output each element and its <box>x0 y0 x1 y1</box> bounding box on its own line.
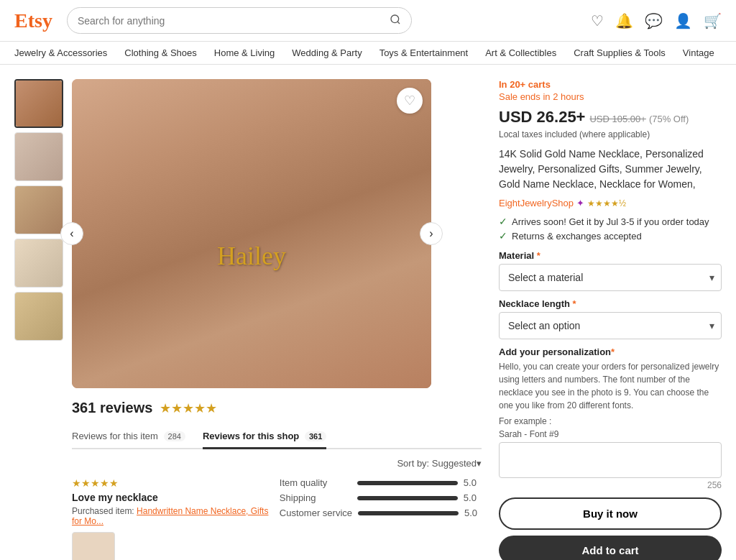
wishlist-icon[interactable]: ♡ <box>591 12 604 29</box>
required-star-3: * <box>611 346 615 357</box>
category-nav: Jewelry & Accessories Clothing & Shoes H… <box>0 42 736 65</box>
taxes-label: Local taxes included (where applicable) <box>499 129 722 139</box>
returns-text: Returns & exchanges accepted <box>512 231 642 242</box>
thumbnail-list <box>14 79 66 560</box>
required-star-2: * <box>570 298 576 309</box>
nav-item-wedding[interactable]: Wedding & Party <box>292 47 362 58</box>
reviews-stars: ★★★★★ <box>160 400 217 416</box>
rating-value-service: 5.0 <box>464 508 482 518</box>
nav-item-home[interactable]: Home & Living <box>214 47 275 58</box>
tab-shop-reviews[interactable]: Reviews for this shop 361 <box>203 425 326 449</box>
shop-name-link[interactable]: EightJewelryShop <box>499 198 574 208</box>
necklace-length-select-wrap: Select an option ▾ <box>499 312 722 339</box>
delivery-check: ✓ Arrives soon! Get it by Jul 3-5 if you… <box>499 216 722 227</box>
material-select-wrap: Select a material ▾ <box>499 264 722 291</box>
thumbnail-3[interactable] <box>14 185 63 234</box>
necklace-name: Hailey <box>217 241 286 271</box>
check-icon-delivery: ✓ <box>499 216 507 227</box>
svg-point-0 <box>391 15 399 23</box>
main-product-image: Hailey <box>72 79 431 388</box>
review-purchased: Purchased item: Handwritten Name Necklac… <box>72 506 271 526</box>
rating-value-quality: 5.0 <box>464 477 481 488</box>
material-label: Material * <box>499 250 722 261</box>
personalization-description: Hello, you can create your orders for pe… <box>499 360 722 412</box>
account-icon[interactable]: 👤 <box>674 12 692 29</box>
review-item: ★★★★★ Love my necklace Purchased item: H… <box>72 477 482 560</box>
sale-ends-label: Sale ends in 2 hours <box>499 91 722 102</box>
cart-icon[interactable]: 🛒 <box>704 12 722 29</box>
nav-item-clothing[interactable]: Clothing & Shoes <box>124 47 196 58</box>
nav-item-craft[interactable]: Craft Supplies & Tools <box>574 47 666 58</box>
product-images: 🏆 Bestseller Hailey ♡ ‹ › 361 reviews ★★… <box>14 79 482 560</box>
rating-row-service: Customer service 5.0 <box>280 508 482 518</box>
required-star: * <box>534 250 540 261</box>
tab-shop-badge: 361 <box>305 431 326 441</box>
messages-icon[interactable]: 💬 <box>645 12 663 29</box>
personalization-title: Add your personalization* <box>499 346 722 357</box>
product-title: 14K Solid Gold Name Necklace, Personaliz… <box>499 147 722 192</box>
rating-row-quality: Item quality 5.0 <box>280 477 482 488</box>
review-tabs: Reviews for this item 284 Reviews for th… <box>72 425 482 449</box>
rating-label-service: Customer service <box>280 508 352 518</box>
necklace-length-label: Necklace length * <box>499 298 722 309</box>
returns-check: ✓ Returns & exchanges accepted <box>499 230 722 242</box>
price-original: USD 105.00+ <box>589 114 645 124</box>
rating-bar-quality <box>357 481 458 485</box>
notifications-icon[interactable]: 🔔 <box>615 12 633 29</box>
search-bar <box>67 7 412 34</box>
rating-label-quality: Item quality <box>280 477 351 488</box>
review-title: Love my necklace <box>72 492 271 503</box>
rating-bar-service <box>358 511 459 515</box>
discount-badge: (75% Off) <box>649 114 689 124</box>
sort-bar: Sort by: Suggested ▾ <box>72 458 482 469</box>
verified-icon: ✦ <box>576 198 584 208</box>
review-product-link[interactable]: Handwritten Name Necklace, Gifts for Mo.… <box>72 506 268 526</box>
rating-bars: Item quality 5.0 Shipping 5.0 <box>280 477 482 560</box>
search-icon[interactable] <box>390 14 401 27</box>
necklace-length-select[interactable]: Select an option <box>499 312 722 339</box>
svg-line-1 <box>397 22 400 24</box>
product-info-panel: In 20+ carts Sale ends in 2 hours USD 26… <box>499 79 722 560</box>
favorite-button[interactable]: ♡ <box>397 88 423 114</box>
reviews-section: 361 reviews ★★★★★ Reviews for this item … <box>72 400 482 560</box>
rating-value-shipping: 5.0 <box>464 492 481 503</box>
image-prev-arrow[interactable]: ‹ <box>60 222 83 245</box>
buy-now-button[interactable]: Buy it now <box>499 497 722 530</box>
delivery-text: Arrives soon! Get it by Jul 3-5 if you o… <box>512 216 709 227</box>
reviews-header: 361 reviews ★★★★★ <box>72 400 482 416</box>
thumbnail-4[interactable] <box>14 239 63 288</box>
sort-label[interactable]: Sort by: Suggested <box>397 458 477 469</box>
nav-item-vintage[interactable]: Vintage <box>683 47 714 58</box>
in-carts-label: In 20+ carts <box>499 79 722 90</box>
thumbnail-2[interactable] <box>14 132 63 181</box>
search-input[interactable] <box>78 15 390 27</box>
image-next-arrow[interactable]: › <box>420 222 443 245</box>
rating-bar-shipping <box>357 496 458 500</box>
material-select[interactable]: Select a material <box>499 264 722 291</box>
header: Etsy ♡ 🔔 💬 👤 🛒 <box>0 0 736 42</box>
tab-item-reviews[interactable]: Reviews for this item 284 <box>72 425 185 449</box>
shop-name: EightJewelryShop ✦ ★★★★½ <box>499 198 722 208</box>
header-icons: ♡ 🔔 💬 👤 🛒 <box>591 12 722 29</box>
main-image-container: 🏆 Bestseller Hailey ♡ ‹ › <box>72 79 431 388</box>
add-to-cart-button[interactable]: Add to cart <box>499 536 722 560</box>
tab-item-badge: 284 <box>164 431 185 441</box>
main-content: 🏆 Bestseller Hailey ♡ ‹ › 361 reviews ★★… <box>0 65 736 560</box>
nav-item-jewelry[interactable]: Jewelry & Accessories <box>14 47 107 58</box>
rating-label-shipping: Shipping <box>280 492 351 503</box>
nav-item-art[interactable]: Art & Collectibles <box>485 47 556 58</box>
nav-item-toys[interactable]: Toys & Entertainment <box>380 47 469 58</box>
etsy-logo[interactable]: Etsy <box>14 9 52 32</box>
char-count: 256 <box>499 480 722 490</box>
shop-stars: ★★★★½ <box>587 198 626 208</box>
thumbnail-1[interactable] <box>14 79 63 128</box>
review-thumbnail <box>72 532 115 560</box>
personalization-textarea[interactable] <box>499 442 722 478</box>
personalization-example-value: Sarah - Font #9 <box>499 429 722 439</box>
personalization-example-label: For example : <box>499 416 722 426</box>
delivery-info: ✓ Arrives soon! Get it by Jul 3-5 if you… <box>499 216 722 242</box>
price-main: USD 26.25+ <box>499 108 585 127</box>
reviews-count: 361 reviews <box>72 400 152 416</box>
thumbnail-5[interactable] <box>14 292 63 341</box>
check-icon-returns: ✓ <box>499 230 507 242</box>
